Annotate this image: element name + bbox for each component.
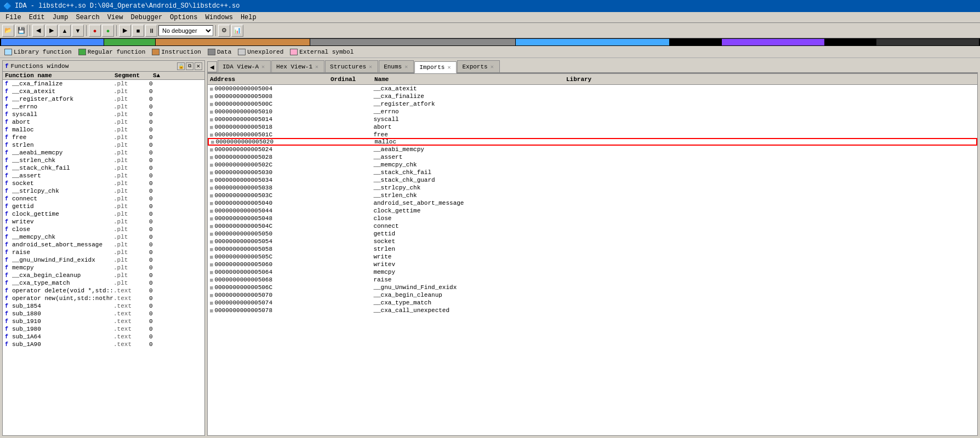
import-row[interactable]: ▦0000000000005048close [208,215,977,222]
menu-item-windows[interactable]: Windows [202,13,236,22]
tb-extra-2[interactable]: 📊 [231,25,243,37]
import-row[interactable]: ▦0000000000005068raise [208,276,977,284]
tab-structures[interactable]: Structures✕ [325,60,378,72]
import-row[interactable]: ▦000000000000501Cfree [208,131,977,139]
menu-item-help[interactable]: Help [237,13,260,22]
tb-extra-1[interactable]: ⚙ [218,25,230,37]
import-row[interactable]: ▦000000000000502C__memcpy_chk [208,161,977,169]
menu-item-debugger[interactable]: Debugger [127,13,166,22]
import-row[interactable]: ▦0000000000005074__cxa_type_match [208,299,977,307]
menu-item-file[interactable]: File [2,13,25,22]
function-row[interactable]: fmalloc.plt0 [3,126,204,134]
tb-play[interactable]: ▶ [119,25,131,37]
import-row[interactable]: ▦0000000000005038__strlcpy_chk [208,184,977,192]
import-row[interactable]: ▦000000000000503C__strlen_chk [208,192,977,199]
tb-down[interactable]: ▼ [72,25,84,37]
function-row[interactable]: fsub_1854.text0 [3,302,204,310]
function-row[interactable]: fabort.plt0 [3,118,204,126]
panel-float-btn[interactable]: ⧉ [186,62,193,70]
tb-save[interactable]: 💾 [15,25,27,37]
function-row[interactable]: f__cxa_type_match.plt0 [3,279,204,287]
function-row[interactable]: foperator delete(void *,std::nothrow_t ·… [3,287,204,295]
import-row[interactable]: ▦0000000000005060writev [208,261,977,268]
tab-hex-view-1[interactable]: Hex View-1✕ [271,60,324,72]
import-row[interactable]: ▦0000000000005010__errno [208,108,977,116]
tab-exports[interactable]: Exports✕ [457,60,499,72]
function-row[interactable]: f__strlcpy_chk.plt0 [3,187,204,195]
tab-close-btn[interactable]: ✕ [314,64,320,70]
function-row[interactable]: fandroid_set_abort_message.plt0 [3,241,204,249]
function-row[interactable]: fmemcpy.plt0 [3,264,204,272]
menu-item-edit[interactable]: Edit [26,13,48,22]
tab-close-btn[interactable]: ✕ [260,64,266,70]
import-row[interactable]: ▦0000000000005054socket [208,238,977,245]
function-row[interactable]: foperator new(uint,std::nothrow_t const&… [3,295,204,302]
import-row[interactable]: ▦0000000000005018abort [208,123,977,131]
tb-forward[interactable]: ▶ [45,25,58,37]
menu-item-view[interactable]: View [104,13,127,22]
menu-item-jump[interactable]: Jump [49,13,72,22]
tab-close-btn[interactable]: ✕ [403,64,409,70]
import-row[interactable]: ▦000000000000500C__register_atfork [208,100,977,108]
tb-run[interactable]: ● [89,25,101,37]
import-row[interactable]: ▦0000000000005034__stack_chk_guard [208,176,977,184]
function-row[interactable]: fclose.plt0 [3,226,204,233]
import-row[interactable]: ▦0000000000005078__cxa_call_unexpected [208,307,977,314]
import-row[interactable]: ▦0000000000005024__aeabi_memcpy [208,146,977,153]
tb-run2[interactable]: ● [102,25,114,37]
debugger-select[interactable]: No debugger [158,25,213,36]
tab-ida-view-a[interactable]: IDA View-A✕ [218,60,271,72]
panel-lock-btn[interactable]: 🔒 [177,62,185,70]
menu-item-options[interactable]: Options [167,13,201,22]
tab-close-btn[interactable]: ✕ [368,64,373,70]
function-row[interactable]: fsyscall.plt0 [3,111,204,118]
function-row[interactable]: f__stack_chk_fail.plt0 [3,164,204,172]
import-row[interactable]: ▦0000000000005020malloc [208,138,977,146]
tb-stop[interactable]: ■ [132,25,144,37]
import-row[interactable]: ▦000000000000504Cconnect [208,222,977,230]
import-row[interactable]: ▦000000000000506C__gnu_Unwind_Find_exidx [208,284,977,291]
function-row[interactable]: f__gnu_Unwind_Find_exidx.plt0 [3,256,204,264]
import-row[interactable]: ▦0000000000005044clock_gettime [208,207,977,215]
function-row[interactable]: fsub_1910.text0 [3,318,204,325]
import-row[interactable]: ▦0000000000005028__assert [208,153,977,161]
menu-item-search[interactable]: Search [72,13,102,22]
function-row[interactable]: f__cxa_finalize.plt0 [3,80,204,88]
function-row[interactable]: f__aeabi_memcpy.plt0 [3,149,204,157]
tab-enums[interactable]: Enums✕ [379,60,414,72]
tab-nav-left[interactable]: ◀ [207,61,217,72]
function-row[interactable]: ffree.plt0 [3,134,204,141]
function-row[interactable]: fsub_1A64.text0 [3,333,204,341]
import-row[interactable]: ▦000000000000505Cwrite [208,253,977,261]
import-row[interactable]: ▦0000000000005070__cxa_begin_cleanup [208,291,977,299]
function-row[interactable]: fsub_1880.text0 [3,310,204,318]
import-row[interactable]: ▦0000000000005008__cxa_finalize [208,93,977,100]
tab-close-btn[interactable]: ✕ [446,64,452,71]
panel-close-btn[interactable]: ✕ [195,62,202,70]
function-row[interactable]: f__register_atfork.plt0 [3,95,204,103]
tb-up[interactable]: ▲ [59,25,71,37]
function-row[interactable]: fconnect.plt0 [3,195,204,203]
import-row[interactable]: ▦0000000000005030__stack_chk_fail [208,169,977,176]
tb-back[interactable]: ◀ [32,25,44,37]
function-row[interactable]: f__memcpy_chk.plt0 [3,233,204,241]
function-row[interactable]: fstrlen.plt0 [3,141,204,149]
function-row[interactable]: fclock_gettime.plt0 [3,210,204,218]
import-row[interactable]: ▦0000000000005058strlen [208,245,977,253]
function-row[interactable]: fwritev.plt0 [3,218,204,226]
function-row[interactable]: fsub_1A90.text0 [3,341,204,348]
function-row[interactable]: fraise.plt0 [3,249,204,256]
function-row[interactable]: fsocket.plt0 [3,180,204,187]
import-row[interactable]: ▦0000000000005040android_set_abort_messa… [208,199,977,207]
function-row[interactable]: f__errno.plt0 [3,103,204,111]
tb-pause[interactable]: ⏸ [145,25,157,37]
function-row[interactable]: f__cxa_atexit.plt0 [3,88,204,95]
function-row[interactable]: fgettid.plt0 [3,203,204,210]
import-row[interactable]: ▦0000000000005064memcpy [208,268,977,276]
import-row[interactable]: ▦0000000000005050gettid [208,230,977,238]
function-row[interactable]: f__strlen_chk.plt0 [3,157,204,164]
import-row[interactable]: ▦0000000000005014syscall [208,116,977,123]
tab-close-btn[interactable]: ✕ [489,64,495,70]
tb-open[interactable]: 📂 [2,25,14,37]
function-row[interactable]: f__cxa_begin_cleanup.plt0 [3,272,204,279]
